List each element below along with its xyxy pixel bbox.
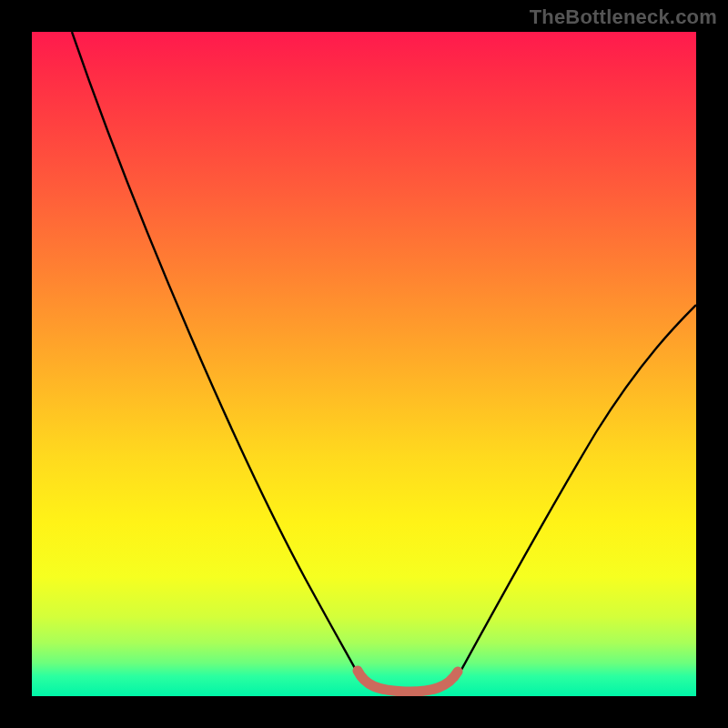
chart-frame: TheBottleneck.com (0, 0, 728, 728)
watermark-text: TheBottleneck.com (530, 5, 717, 29)
trough-band-path (358, 671, 458, 692)
curve-overlay (32, 32, 696, 696)
plot-area (32, 32, 696, 696)
curve-left-path (72, 32, 361, 680)
curve-right-path (456, 305, 696, 680)
